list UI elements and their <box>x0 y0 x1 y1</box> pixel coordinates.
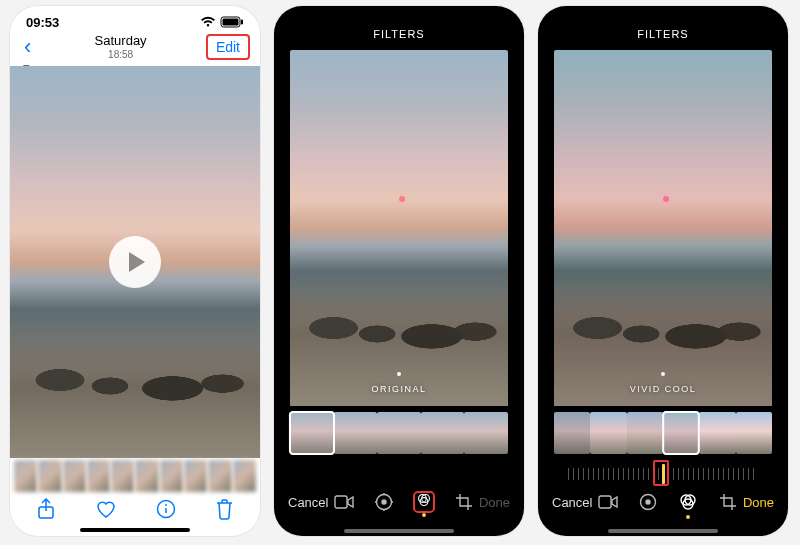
panel-edit-filters-vividcool: FILTERS VIVID COOL Cancel <box>538 6 788 536</box>
filters-header: FILTERS <box>538 6 788 50</box>
wifi-icon <box>200 16 216 28</box>
play-icon <box>129 252 145 272</box>
filter-thumbnails[interactable] <box>290 412 508 454</box>
back-button[interactable]: ‹ <box>20 36 35 58</box>
filter-thumb[interactable] <box>736 412 772 454</box>
thumbnail[interactable] <box>160 460 183 492</box>
svg-rect-2 <box>241 20 243 25</box>
filter-thumb[interactable] <box>421 412 465 454</box>
photo-day: Saturday <box>95 33 147 48</box>
home-indicator[interactable] <box>80 528 190 532</box>
thumbnail[interactable] <box>111 460 134 492</box>
current-filter-label: ORIGINAL <box>371 384 426 394</box>
filter-indicator-dot <box>397 372 401 376</box>
adjust-icon[interactable] <box>373 491 395 513</box>
filter-thumb[interactable] <box>377 412 421 454</box>
thumbnail[interactable] <box>38 460 61 492</box>
photo-time: 18:58 <box>95 49 147 60</box>
edit-tool-icons <box>333 491 475 513</box>
edit-tool-icons <box>597 491 739 513</box>
trash-icon[interactable] <box>215 498 234 524</box>
thumbnail[interactable] <box>233 460 256 492</box>
home-indicator[interactable] <box>344 529 454 533</box>
filter-thumb[interactable] <box>554 412 590 454</box>
image-rocks <box>10 338 260 458</box>
filter-thumb-original[interactable] <box>289 411 335 455</box>
image-sun <box>663 196 669 202</box>
crop-icon[interactable] <box>453 491 475 513</box>
video-icon[interactable] <box>597 491 619 513</box>
panel-photos-viewer: 09:53 ‹ Saturday 18:58 Edit CINEMATIC <box>10 6 260 536</box>
svg-point-7 <box>165 504 167 506</box>
done-button: Done <box>479 495 510 510</box>
adjust-icon[interactable] <box>637 491 659 513</box>
svg-point-20 <box>646 500 650 504</box>
photo-title: Saturday 18:58 <box>95 34 147 59</box>
thumbnail[interactable] <box>87 460 110 492</box>
filter-thumb[interactable] <box>464 412 508 454</box>
filter-thumbnails[interactable] <box>554 412 772 454</box>
thumbnail[interactable] <box>63 460 86 492</box>
edit-toolbar: Cancel Done <box>274 482 524 522</box>
filter-thumb[interactable] <box>699 412 735 454</box>
home-indicator[interactable] <box>608 529 718 533</box>
svg-rect-1 <box>223 19 239 26</box>
filter-thumb-vivid-cool[interactable] <box>662 411 700 455</box>
edit-preview[interactable]: VIVID COOL <box>554 50 772 406</box>
svg-rect-18 <box>599 496 611 508</box>
play-button[interactable] <box>109 236 161 288</box>
heart-icon[interactable] <box>95 499 117 523</box>
current-filter-label: VIVID COOL <box>630 384 697 394</box>
viewer-header: ‹ Saturday 18:58 Edit <box>10 32 260 66</box>
edit-button[interactable]: Edit <box>206 34 250 60</box>
filter-thumb[interactable] <box>334 412 378 454</box>
panel-edit-filters-original: FILTERS ORIGINAL Cancel Done <box>274 6 524 536</box>
image-sun <box>399 196 405 202</box>
cancel-button[interactable]: Cancel <box>288 495 328 510</box>
status-bar: 09:53 <box>10 6 260 32</box>
filters-icon[interactable] <box>677 491 699 513</box>
thumbnail[interactable] <box>208 460 231 492</box>
filters-header: FILTERS <box>274 6 524 50</box>
svg-point-10 <box>382 500 386 504</box>
edit-toolbar: Cancel Done <box>538 482 788 522</box>
info-icon[interactable] <box>156 499 176 523</box>
viewer-toolbar <box>10 494 260 528</box>
thumbnail-strip[interactable] <box>10 458 260 494</box>
filter-indicator-dot <box>661 372 665 376</box>
battery-icon <box>220 16 244 28</box>
cancel-button[interactable]: Cancel <box>552 495 592 510</box>
filter-thumb[interactable] <box>627 412 663 454</box>
crop-icon[interactable] <box>717 491 739 513</box>
status-right <box>200 16 244 28</box>
status-time: 09:53 <box>26 15 59 30</box>
filter-thumb[interactable] <box>590 412 626 454</box>
video-preview[interactable] <box>10 66 260 458</box>
thumbnail[interactable] <box>184 460 207 492</box>
slider-knob[interactable] <box>662 464 665 484</box>
video-icon[interactable] <box>333 491 355 513</box>
filters-icon[interactable] <box>413 491 435 513</box>
thumbnail[interactable] <box>135 460 158 492</box>
share-icon[interactable] <box>36 498 56 524</box>
done-button[interactable]: Done <box>743 495 774 510</box>
svg-rect-8 <box>335 496 347 508</box>
edit-preview[interactable]: ORIGINAL <box>290 50 508 406</box>
thumbnail[interactable] <box>14 460 37 492</box>
